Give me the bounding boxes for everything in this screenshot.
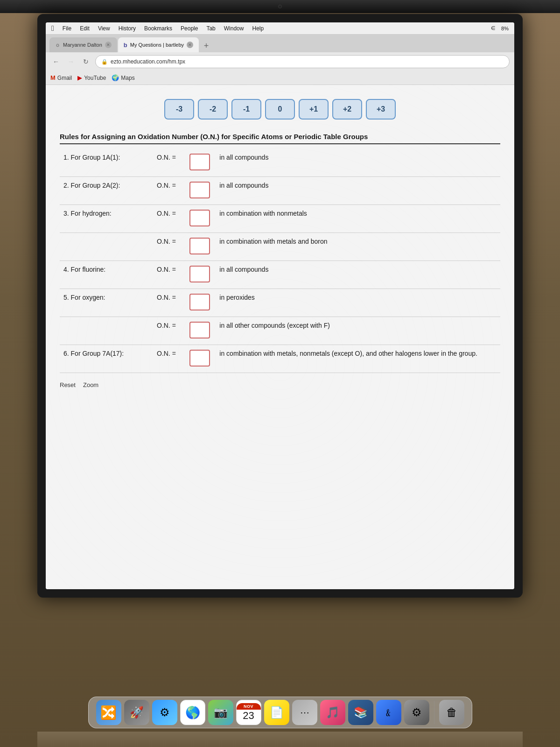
dock-calendar[interactable]: NOV 23 [236,700,261,725]
bookmarks-bar: M Gmail ▶ YouTube 🌍 Maps [46,71,514,85]
rule-3b-input[interactable] [189,238,210,254]
dock-divider [434,701,434,724]
rule-4-input[interactable] [189,266,210,282]
menu-people[interactable]: People [181,25,198,32]
new-tab-button[interactable]: + [200,39,213,52]
rule-3b-label [60,233,153,261]
dock-notes[interactable]: 📄 [264,700,289,725]
rule-2-label: 2. For Group 2A(2): [60,177,153,205]
dock-settings[interactable]: ⚙ [404,700,429,725]
menu-bar:  File Edit View History Bookmarks Peopl… [46,22,514,35]
dock-app2[interactable]: 📚 [348,700,373,725]
dock-more-apps[interactable]: ⋯ [292,700,317,725]
keyboard-area [37,731,523,747]
reset-button[interactable]: Reset [60,381,76,388]
dock-appstore[interactable]: ﹠ [376,700,401,725]
tab-bar: ☼ Maryanne Dalton ✕ b My Questions | bar… [46,35,514,52]
dock-trash[interactable]: 🗑 [439,700,464,725]
menu-bookmarks[interactable]: Bookmarks [144,25,172,32]
dock-launchpad[interactable]: 🚀 [124,700,149,725]
num-btn-pos1[interactable]: +1 [299,99,329,120]
battery-percent: 8% [501,26,509,31]
rules-table: 1. For Group 1A(1): O.N. = in all compou… [60,149,500,373]
rule-5b-input[interactable] [189,322,210,338]
rule-6-desc: in combination with metals, nonmetals (e… [216,345,500,373]
rule-2-input[interactable] [189,182,210,198]
menu-history[interactable]: History [119,25,136,32]
reset-zoom-row: Reset Zoom [60,381,500,388]
table-row: O.N. = in all other compounds (except wi… [60,317,500,345]
rule-3a-desc: in combination with nonmetals [216,205,500,233]
rule-6-input[interactable] [189,350,210,366]
forward-button[interactable]: → [65,56,77,67]
page-content: -3 -2 -1 0 +1 +2 +3 Rules for Assigning … [46,85,514,589]
rule-5a-input-cell [186,289,216,317]
tab-1[interactable]: ☼ Maryanne Dalton ✕ [49,37,117,52]
rule-1-desc: in all compounds [216,149,500,177]
tab1-close-button[interactable]: ✕ [105,42,112,48]
tab1-label: Maryanne Dalton [63,42,102,48]
zoom-button[interactable]: Zoom [83,381,98,388]
bookmark-maps[interactable]: 🌍 Maps [112,74,134,81]
apple-menu[interactable]:  [51,24,54,33]
dock-chrome[interactable]: 🌎 [180,700,205,725]
rule-1-input[interactable] [189,154,210,170]
rule-3b-on: O.N. = [153,233,186,261]
number-buttons-row: -3 -2 -1 0 +1 +2 +3 [60,99,500,120]
url-text: ezto.mheducation.com/hm.tpx [111,58,185,65]
rule-1-input-cell [186,149,216,177]
lock-icon: 🔒 [101,59,108,65]
num-btn-pos3[interactable]: +3 [366,99,396,120]
youtube-label: YouTube [84,75,106,81]
maps-icon: 🌍 [112,74,119,81]
bookmark-youtube[interactable]: ▶ YouTube [77,74,106,81]
table-row: O.N. = in combination with metals and bo… [60,233,500,261]
rule-4-input-cell [186,261,216,289]
num-btn-neg1[interactable]: -1 [231,99,261,120]
calendar-month: NOV [237,703,261,710]
gmail-label: Gmail [57,75,72,81]
table-row: 3. For hydrogen: O.N. = in combination w… [60,205,500,233]
menu-file[interactable]: File [63,25,71,32]
rule-2-on: O.N. = [153,177,186,205]
table-row: 2. For Group 2A(2): O.N. = in all compou… [60,177,500,205]
rule-5a-input[interactable] [189,294,210,310]
rule-5b-on: O.N. = [153,317,186,345]
num-btn-pos2[interactable]: +2 [332,99,362,120]
rule-4-desc: in all compounds [216,261,500,289]
menu-view[interactable]: View [98,25,110,32]
refresh-button[interactable]: ↻ [80,56,91,67]
tab2-close-button[interactable]: ✕ [187,42,193,48]
dock-music[interactable]: 🎵 [320,700,345,725]
tab-2[interactable]: b My Questions | bartleby ✕ [118,37,199,52]
rule-5a-on: O.N. = [153,289,186,317]
rule-3b-input-cell [186,233,216,261]
menu-window[interactable]: Window [224,25,244,32]
rule-3b-desc: in combination with metals and boron [216,233,500,261]
dock-finder[interactable]: 🔀 [96,700,121,725]
table-row: 4. For fluorine: O.N. = in all compounds [60,261,500,289]
address-bar[interactable]: 🔒 ezto.mheducation.com/hm.tpx [95,55,510,68]
screen-bezel:  File Edit View History Bookmarks Peopl… [37,14,523,598]
bookmark-gmail[interactable]: M Gmail [50,74,72,81]
rule-4-on: O.N. = [153,261,186,289]
menu-edit[interactable]: Edit [80,25,90,32]
laptop-outer:  File Edit View History Bookmarks Peopl… [0,0,560,747]
tab2-icon: b [124,42,127,49]
menu-help[interactable]: Help [252,25,264,32]
menu-bar-right: ∈ 8% [491,25,509,31]
rule-3-label: 3. For hydrogen: [60,205,153,233]
screen-content:  File Edit View History Bookmarks Peopl… [46,22,514,589]
menu-tab[interactable]: Tab [206,25,215,32]
num-btn-0[interactable]: 0 [265,99,295,120]
dock-safari[interactable]: ⚙ [152,700,177,725]
rule-5b-desc: in all other compounds (except with F) [216,317,500,345]
back-button[interactable]: ← [50,56,62,67]
camera-bar [0,0,560,13]
num-btn-neg3[interactable]: -3 [164,99,194,120]
rule-5b-label [60,317,153,345]
rule-1-label: 1. For Group 1A(1): [60,149,153,177]
dock-photos[interactable]: 📷 [208,700,233,725]
rule-3a-input[interactable] [189,210,210,226]
num-btn-neg2[interactable]: -2 [198,99,228,120]
